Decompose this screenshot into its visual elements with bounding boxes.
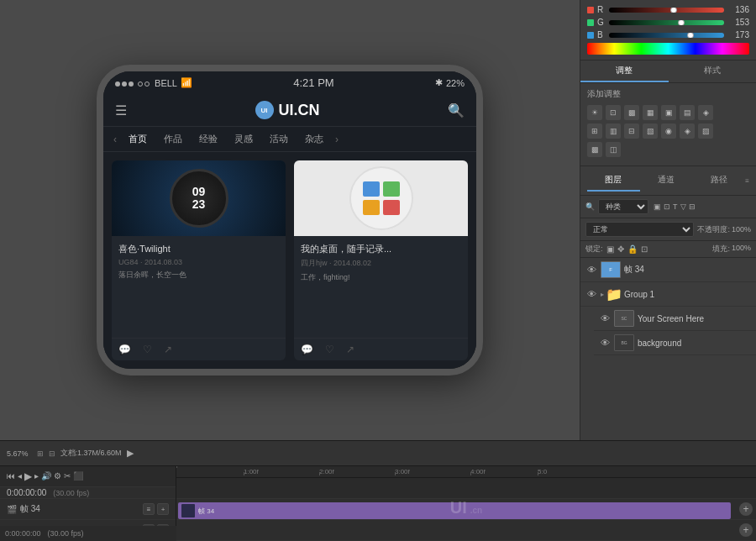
cut-btn[interactable]: ✂: [64, 471, 71, 481]
battery-label: 22%: [446, 78, 465, 88]
lock-art-icon[interactable]: ⊡: [641, 244, 648, 254]
layer-vis-frame34[interactable]: 👁: [585, 264, 597, 276]
tl-ctrl-add[interactable]: +: [157, 503, 169, 515]
bluetooth-icon: ✱: [435, 77, 443, 88]
lock-all-icon[interactable]: 🔒: [627, 244, 638, 254]
layers-panel-header: 图层 通道 路径 ≡: [580, 166, 756, 196]
play-to-start-btn[interactable]: ⏮: [7, 471, 15, 481]
layers-kind-select[interactable]: 种类: [598, 199, 648, 214]
status-left: BELL 📶: [115, 77, 192, 88]
card-2-body: 我的桌面，随手记录... 四月hjw · 2014.08.02 工作，fight…: [294, 236, 468, 338]
tab-adjustments[interactable]: 调整: [580, 60, 669, 82]
card-1-actions: 💬 ♡ ↗: [112, 338, 286, 360]
tl-track-group1[interactable]: +: [176, 520, 756, 541]
panel-tabs: 调整 样式: [580, 60, 756, 83]
menu-icon[interactable]: ☰: [115, 102, 127, 118]
audio-btn[interactable]: 🔊: [41, 471, 51, 481]
card-2-comment[interactable]: 💬: [301, 344, 313, 355]
adj-icon-color-lookup[interactable]: ▧: [643, 123, 658, 139]
tab-channels[interactable]: 通道: [640, 170, 693, 192]
tl-track-frame34[interactable]: 帧 34 + UI .cn: [176, 499, 756, 520]
settings-btn[interactable]: ⚙: [54, 471, 61, 481]
nav-tab-works[interactable]: 作品: [155, 127, 191, 151]
timeline-tracks: 1:00f 2:00f 3:00f 4:00f 5:0 帧 34 + UI .c…: [176, 466, 756, 541]
adj-icon-photo-filter[interactable]: ▥: [606, 123, 621, 139]
layer-item-background[interactable]: 👁 BG background: [594, 331, 756, 355]
blend-mode-row: 正常 不透明度: 100%: [580, 218, 756, 241]
adj-icon-selective[interactable]: ◫: [606, 142, 621, 157]
tab-paths[interactable]: 路径: [693, 170, 746, 192]
filter-type-icon[interactable]: T: [673, 202, 678, 211]
nav-tab-home[interactable]: 首页: [120, 127, 155, 151]
adj-icon-color-bal[interactable]: ◈: [698, 105, 713, 120]
layer-item-yourscreen[interactable]: 👁 SC Your Screen Here: [594, 307, 756, 331]
card-2-actions: 💬 ♡ ↗: [294, 338, 468, 360]
tab-styles[interactable]: 样式: [669, 60, 757, 82]
app-logo: UI UI.CN: [255, 101, 320, 119]
filter-shape-icon[interactable]: ▽: [680, 202, 686, 211]
adj-icon-brightness[interactable]: ☀: [587, 105, 602, 120]
nav-tab-act[interactable]: 活动: [261, 127, 297, 151]
tl-spacer-row: [176, 478, 756, 499]
tab-layers[interactable]: 图层: [587, 170, 640, 192]
card-2-share[interactable]: ↗: [346, 344, 354, 355]
step-forward-btn[interactable]: ▸: [34, 471, 39, 481]
nav-tab-inspi[interactable]: 灵感: [226, 127, 261, 151]
adj-icon-channel-mixer[interactable]: ⊟: [624, 123, 639, 139]
adj-icon-curves[interactable]: ▩: [624, 105, 639, 120]
card-2-like[interactable]: ♡: [325, 344, 334, 355]
color-slider-g[interactable]: [609, 20, 724, 25]
adj-icon-exposure[interactable]: ▦: [643, 105, 658, 120]
layer-vis-background[interactable]: 👁: [599, 337, 611, 349]
card-1-comment[interactable]: 💬: [118, 344, 131, 355]
card-2[interactable]: 我的桌面，随手记录... 四月hjw · 2014.08.02 工作，fight…: [294, 160, 468, 360]
adj-icon-posterize[interactable]: ◈: [680, 123, 695, 139]
color-slider-r[interactable]: [609, 8, 724, 13]
tl-add-btn-frame34[interactable]: +: [739, 502, 753, 516]
adj-icon-vibrance[interactable]: ▣: [661, 105, 676, 120]
nav-tab-exp[interactable]: 经验: [191, 127, 226, 151]
adj-icon-bw[interactable]: ⊞: [587, 123, 602, 139]
fill-value[interactable]: 100%: [732, 244, 751, 255]
adj-icon-hsl[interactable]: ▤: [680, 105, 695, 120]
play-btn[interactable]: ▶: [24, 470, 32, 482]
card-2-image: [294, 160, 468, 236]
layer-item-group1[interactable]: 👁 ▶ 📁 Group 1: [580, 282, 756, 307]
adj-icon-invert[interactable]: ◉: [661, 123, 676, 139]
color-value-b: 173: [727, 30, 749, 39]
opacity-value[interactable]: 100%: [732, 225, 751, 234]
nav-forward-arrow[interactable]: ›: [332, 134, 342, 145]
wifi-icon: 📶: [181, 77, 192, 88]
search-icon[interactable]: 🔍: [448, 102, 465, 118]
card-1-like[interactable]: ♡: [143, 344, 152, 355]
color-slider-b[interactable]: [609, 33, 724, 38]
filter-pixel-icon[interactable]: ▣: [654, 202, 661, 211]
timecode-display[interactable]: 0:00:00:00: [7, 488, 46, 497]
lock-position-icon[interactable]: ✥: [617, 244, 624, 254]
fill-row: 填充: 100%: [712, 244, 751, 255]
card-1[interactable]: 09 23 喜色·Twilight UG84 · 2014.08.03 落日余晖…: [112, 160, 286, 360]
filter-adj-icon[interactable]: ⊡: [664, 202, 670, 211]
lock-pixel-icon[interactable]: ▣: [606, 244, 614, 254]
layer-vis-group1[interactable]: 👁: [585, 288, 597, 300]
adj-icon-levels[interactable]: ⊡: [606, 105, 621, 120]
nav-tab-mag[interactable]: 杂志: [297, 127, 332, 151]
watch-face: 09 23: [170, 169, 228, 228]
filter-smart-icon[interactable]: ⊟: [689, 202, 696, 211]
timeline-arrow-icon[interactable]: ▶: [127, 448, 134, 459]
tl-label-frame34[interactable]: 🎬 帧 34 ≡ +: [0, 499, 176, 520]
adj-icon-threshold[interactable]: ▨: [698, 123, 713, 139]
layer-item-frame34[interactable]: 👁 F 帧 34: [580, 258, 756, 282]
card-1-share[interactable]: ↗: [164, 344, 172, 355]
desk-block-blue: [363, 181, 380, 197]
adj-icon-gradient[interactable]: ▩: [587, 142, 602, 157]
tl-add-btn-group1[interactable]: +: [739, 523, 753, 537]
step-back-btn[interactable]: ◂: [18, 471, 22, 481]
nav-back-arrow[interactable]: ‹: [110, 134, 120, 145]
tl-ctrl-expand[interactable]: ≡: [143, 503, 155, 515]
layers-collapse-btn[interactable]: ≡: [745, 177, 749, 185]
color-swatch-g: [587, 19, 594, 26]
blend-mode-select[interactable]: 正常: [585, 222, 694, 237]
export-btn[interactable]: ⬛: [73, 471, 83, 481]
layer-vis-yourscreen[interactable]: 👁: [599, 313, 611, 324]
